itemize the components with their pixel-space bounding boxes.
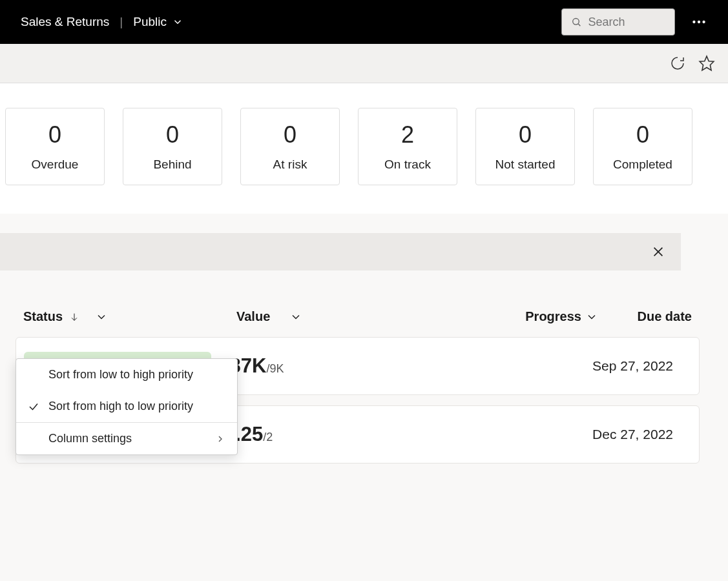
close-icon: [651, 245, 665, 259]
status-cards-row: 0 Overdue 0 Behind 0 At risk 2 On track …: [0, 83, 728, 214]
breadcrumb: Sales & Returns | Public: [21, 15, 183, 29]
svg-marker-5: [700, 56, 714, 70]
card-label: Completed: [613, 158, 672, 172]
column-header-status[interactable]: Status: [23, 309, 236, 324]
more-options-button[interactable]: [691, 14, 707, 30]
menu-item-label: Column settings: [48, 432, 132, 445]
chevron-right-icon: [215, 434, 225, 444]
menu-item-sort-low-high[interactable]: Sort from low to high priority: [16, 359, 237, 391]
ellipsis-icon: [691, 14, 707, 30]
close-button[interactable]: [651, 245, 665, 259]
visibility-label: Public: [133, 15, 167, 29]
card-overdue[interactable]: 0 Overdue: [5, 108, 105, 185]
refresh-button[interactable]: [670, 56, 685, 71]
svg-point-4: [702, 21, 705, 23]
card-label: Behind: [153, 158, 191, 172]
svg-point-3: [698, 21, 700, 23]
card-label: At risk: [273, 158, 307, 172]
search-box[interactable]: [561, 8, 675, 36]
card-at-risk[interactable]: 0 At risk: [240, 108, 340, 185]
top-bar: Sales & Returns | Public: [0, 0, 728, 44]
menu-item-sort-high-low[interactable]: Sort from high to low priority: [16, 391, 237, 422]
svg-point-2: [692, 21, 695, 23]
search-input[interactable]: [588, 15, 665, 29]
card-label: Not started: [495, 158, 556, 172]
card-count: 2: [401, 121, 414, 148]
due-date-cell: Sep 27, 2022: [592, 358, 699, 374]
svg-point-0: [573, 19, 579, 25]
page-title: Sales & Returns: [21, 15, 109, 29]
column-header-value[interactable]: Value: [236, 309, 450, 324]
card-label: Overdue: [32, 158, 79, 172]
card-count: 0: [519, 121, 532, 148]
topbar-actions: [561, 8, 707, 36]
value-cell: .87K/9K: [224, 354, 437, 378]
column-label: Status: [23, 309, 63, 324]
arrow-down-icon: [69, 312, 79, 322]
menu-item-column-settings[interactable]: Column settings: [16, 423, 237, 454]
card-behind[interactable]: 0 Behind: [123, 108, 222, 185]
svg-line-1: [578, 24, 580, 26]
panel-header-bar: [0, 233, 681, 270]
chevron-down-icon: [95, 311, 108, 323]
card-count: 0: [166, 121, 179, 148]
search-icon: [571, 15, 581, 28]
chevron-down-icon: [172, 16, 183, 28]
chevron-down-icon: [585, 311, 598, 323]
separator: |: [120, 15, 123, 29]
column-label: Due date: [638, 309, 692, 323]
column-label: Value: [236, 309, 270, 324]
menu-item-label: Sort from low to high priority: [48, 368, 193, 382]
column-header-progress[interactable]: Progress: [450, 309, 598, 324]
card-on-track[interactable]: 2 On track: [358, 108, 457, 185]
refresh-icon: [670, 56, 685, 71]
sub-toolbar: [0, 44, 728, 83]
column-header-due[interactable]: Due date: [598, 309, 705, 324]
sort-menu: Sort from low to high priority Sort from…: [16, 358, 238, 455]
card-count: 0: [284, 121, 296, 148]
card-label: On track: [384, 158, 431, 172]
due-date-cell: Dec 27, 2022: [592, 427, 699, 442]
favorite-button[interactable]: [698, 55, 715, 72]
star-icon: [698, 55, 715, 72]
card-completed[interactable]: 0 Completed: [593, 108, 692, 185]
card-count: 0: [48, 121, 61, 148]
menu-item-label: Sort from high to low priority: [48, 400, 193, 413]
visibility-dropdown[interactable]: Public: [133, 15, 183, 29]
column-label: Progress: [525, 309, 581, 324]
check-icon: [28, 401, 41, 413]
table-header-row: Status Value Progress Due date: [0, 309, 728, 337]
chevron-down-icon: [289, 311, 302, 323]
card-count: 0: [636, 121, 649, 148]
value-cell: 1.25/2: [224, 423, 437, 446]
card-not-started[interactable]: 0 Not started: [475, 108, 575, 185]
